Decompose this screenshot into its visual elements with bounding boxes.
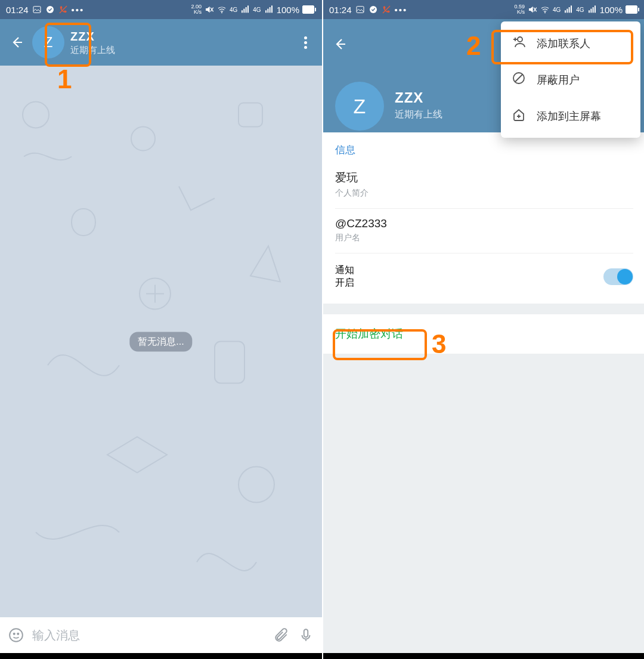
username-label: 用户名 — [335, 233, 633, 243]
signal-icon-2 — [264, 5, 274, 14]
annotation-number-1: 1 — [57, 64, 72, 94]
menu-block-user[interactable]: 屏蔽用户 — [501, 61, 640, 98]
phone-screenshot-chat: 01:24 ••• 2.00K/s 4G 4G 100% — [0, 0, 322, 659]
battery-percent: 100% — [600, 5, 623, 15]
status-bar: 01:24 ••• 0.59K/s 4G 4G 100% — [323, 0, 644, 19]
svg-point-24 — [370, 6, 377, 13]
mute-icon — [528, 5, 537, 14]
svg-rect-22 — [304, 629, 308, 637]
bio-value: 爱玩 — [335, 170, 633, 185]
svg-rect-23 — [357, 7, 364, 13]
android-nav-bar — [0, 653, 322, 659]
svg-rect-9 — [247, 5, 249, 13]
notifications-row[interactable]: 通知 开启 — [335, 257, 633, 300]
info-section-title: 信息 — [335, 143, 633, 157]
bio-row[interactable]: 爱玩 个人简介 — [335, 165, 633, 208]
svg-point-19 — [10, 629, 23, 642]
svg-rect-13 — [271, 5, 273, 13]
network-speed: 0.59K/s — [514, 4, 525, 15]
clock: 01:24 — [6, 5, 29, 15]
battery-icon — [302, 5, 316, 14]
more-notifications-icon: ••• — [395, 5, 408, 15]
emoji-button[interactable] — [6, 625, 26, 645]
signal-icon-2 — [587, 5, 597, 14]
back-button[interactable] — [5, 30, 29, 54]
svg-point-1 — [47, 6, 54, 13]
message-input[interactable] — [31, 628, 266, 643]
android-nav-bar — [323, 653, 644, 659]
svg-rect-10 — [265, 10, 267, 13]
chat-name: ZZX — [70, 29, 115, 44]
phone-screenshot-profile: 01:24 ••• 0.59K/s 4G 4G 100% — [322, 0, 644, 659]
overflow-menu: 添加联系人 屏蔽用户 添加到主屏幕 — [501, 21, 640, 138]
more-notifications-icon: ••• — [72, 5, 85, 15]
username-row[interactable]: @CZ2333 用户名 — [335, 212, 633, 253]
menu-block-user-label: 屏蔽用户 — [537, 73, 580, 87]
menu-add-home[interactable]: 添加到主屏幕 — [501, 98, 640, 134]
menu-add-contact[interactable]: 添加联系人 — [501, 25, 640, 61]
chat-body[interactable]: 暂无消息... — [0, 66, 322, 617]
notif-state: 开启 — [335, 277, 354, 289]
svg-rect-34 — [590, 9, 592, 13]
more-menu-button[interactable] — [293, 30, 317, 54]
svg-rect-33 — [589, 10, 590, 13]
mic-button[interactable] — [296, 625, 316, 645]
svg-point-14 — [23, 102, 49, 128]
bio-label: 个人简介 — [335, 188, 633, 199]
attach-button[interactable] — [271, 625, 291, 645]
svg-rect-0 — [33, 7, 41, 13]
battery-icon — [626, 5, 639, 14]
svg-point-37 — [518, 37, 522, 42]
svg-rect-7 — [244, 9, 245, 13]
chat-app-bar: Z ZZX 近期有上线 — [0, 19, 322, 66]
back-button[interactable] — [328, 32, 352, 56]
svg-point-21 — [17, 633, 18, 635]
actions-card: 开始加密对话 — [323, 314, 644, 354]
status-bar: 01:24 ••• 2.00K/s 4G 4G 100% — [0, 0, 322, 19]
image-icon — [32, 5, 42, 14]
profile-body[interactable]: 信息 爱玩 个人简介 @CZ2333 用户名 通知 开启 — [323, 132, 644, 653]
svg-rect-8 — [246, 7, 247, 13]
message-input-bar — [0, 617, 322, 653]
signal-icon-1 — [564, 5, 573, 14]
net-4g-1: 4G — [553, 7, 561, 13]
call-blocked-icon — [58, 5, 68, 14]
mute-icon — [205, 5, 214, 14]
tutorial-composite: 01:24 ••• 2.00K/s 4G 4G 100% — [0, 0, 644, 659]
block-icon — [512, 71, 526, 88]
svg-rect-30 — [567, 9, 568, 13]
signal-icon-1 — [240, 5, 250, 14]
network-speed: 2.00K/s — [191, 4, 202, 15]
profile-title-block: ZZX 近期有上线 — [395, 89, 442, 121]
profile-avatar[interactable]: Z — [335, 82, 384, 131]
add-contact-icon — [512, 35, 526, 52]
chat-avatar[interactable]: Z — [32, 26, 64, 58]
annotation-number-2: 2 — [466, 31, 481, 61]
profile-status: 近期有上线 — [395, 109, 442, 121]
svg-rect-35 — [592, 7, 593, 13]
home-add-icon — [512, 107, 526, 125]
divider — [335, 208, 633, 209]
chat-title-block[interactable]: ZZX 近期有上线 — [70, 29, 115, 55]
menu-add-home-label: 添加到主屏幕 — [537, 109, 601, 123]
image-icon — [355, 5, 365, 14]
svg-rect-12 — [269, 7, 270, 13]
svg-rect-11 — [267, 9, 268, 13]
notifications-toggle[interactable] — [603, 268, 633, 285]
notif-title: 通知 — [335, 264, 354, 277]
svg-rect-31 — [569, 7, 570, 13]
net-4g-2: 4G — [253, 7, 261, 13]
check-icon — [369, 5, 378, 14]
vertical-dots-icon — [304, 36, 307, 49]
svg-rect-6 — [242, 10, 243, 13]
svg-rect-32 — [571, 5, 572, 13]
svg-point-28 — [544, 12, 546, 13]
svg-rect-36 — [595, 5, 596, 13]
start-secret-chat-button[interactable]: 开始加密对话 — [335, 326, 633, 342]
profile-name: ZZX — [395, 89, 442, 106]
menu-add-contact-label: 添加联系人 — [537, 36, 590, 51]
no-messages-pill: 暂无消息... — [129, 332, 192, 351]
svg-point-5 — [221, 12, 222, 13]
clock: 01:24 — [329, 5, 352, 15]
avatar-letter: Z — [354, 95, 366, 118]
